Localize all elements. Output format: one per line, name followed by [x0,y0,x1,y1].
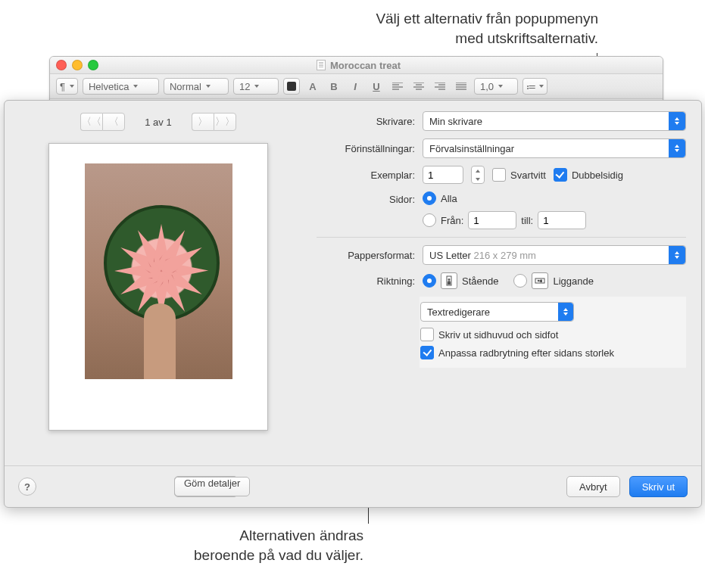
line-spacing-select[interactable]: 1,0 [474,78,518,95]
svg-point-1 [448,278,451,281]
bw-checkbox[interactable]: Svartvitt [492,168,546,182]
presets-select[interactable]: Förvalsinställningar [423,138,686,158]
paragraph-marks-button[interactable]: ¶ [56,78,78,95]
paper-label: Pappersformat: [317,250,415,261]
copies-stepper[interactable] [471,166,485,184]
list-style-button[interactable]: ≔ [523,78,547,95]
chevron-down-icon [498,85,503,88]
page-count: 1 av 1 [131,117,185,128]
window-title-text: Moroccan treat [330,60,401,71]
dropdown-icon [669,139,685,157]
preview-pane: 〈〈 〈 1 av 1 〉 〉〉 [5,101,312,465]
font-select[interactable]: Helvetica [83,78,159,95]
svg-point-3 [538,280,540,282]
underline-button[interactable]: U [368,79,385,94]
align-justify-icon [456,82,466,90]
prev-page-button[interactable]: 〈 [102,113,125,131]
pages-range-radio[interactable]: Från: till: [423,211,586,229]
minimize-button[interactable] [72,60,83,70]
presets-label: Förinställningar: [317,143,415,154]
orientation-portrait-radio[interactable]: Stående [423,272,498,289]
align-right-button[interactable] [432,79,448,94]
copies-label: Exemplar: [317,170,415,181]
printer-select[interactable]: Min skrivare [423,111,686,131]
document-icon [317,60,326,70]
settings-pane: Skrivare: Min skrivare Förinställningar:… [312,101,701,465]
page-navigator: 〈〈 〈 1 av 1 〉 〉〉 [80,113,236,131]
align-center-icon [413,82,424,90]
strikethrough-color-button[interactable]: A [304,79,321,94]
cancel-button[interactable]: Avbryt [566,476,620,497]
align-left-button[interactable] [389,79,406,94]
paper-format-select[interactable]: US Letter 216 x 279 mm [423,245,686,265]
thumbnail-image [85,163,232,379]
dropdown-icon [669,246,685,264]
close-button[interactable] [56,60,67,70]
chevron-down-icon [539,85,544,88]
rewrap-checkbox[interactable]: Anpassa radbrytning efter sidans storlek [420,346,685,359]
style-select[interactable]: Normal [164,78,229,95]
dialog-footer: ? PDF Avbryt Skriv ut [5,466,701,507]
page-thumbnail [48,143,268,431]
zoom-button[interactable] [88,60,98,70]
text-color-button[interactable] [283,78,300,95]
printer-label: Skrivare: [317,116,415,127]
chevron-down-icon [70,85,74,88]
header-footer-checkbox[interactable]: Skriv ut sidhuvud och sidfot [420,328,685,341]
print-button[interactable]: Skriv ut [629,476,688,497]
print-options-section: Textredigerare Skriv ut sidhuvud och sid… [420,297,686,368]
hide-details-button[interactable]: Göm detaljer [174,477,250,496]
first-page-button[interactable]: 〈〈 [80,113,102,131]
chevron-down-icon [254,85,259,88]
align-center-button[interactable] [410,79,427,94]
dropdown-icon [558,303,573,321]
chevron-down-icon [133,85,138,88]
callout-bottom: Alternativen ändras beroende på vad du v… [170,526,363,565]
duplex-checkbox[interactable]: Dubbelsidig [554,168,623,182]
dropdown-icon [669,112,685,130]
orientation-landscape-radio[interactable]: Liggande [513,272,594,289]
copies-input[interactable] [423,166,463,184]
window-title: Moroccan treat [104,60,613,71]
last-page-button[interactable]: 〉〉 [214,113,236,131]
align-right-icon [435,82,445,90]
bold-button[interactable]: B [326,79,342,94]
portrait-icon [441,272,457,289]
print-dialog: 〈〈 〈 1 av 1 〉 〉〉 [4,100,702,508]
callout-top: Välj ett alternativ från popupmenyn med … [273,9,598,48]
orientation-label: Riktning: [317,275,415,287]
landscape-icon [532,272,548,289]
pages-to-input[interactable] [538,211,586,229]
align-justify-button[interactable] [453,79,469,94]
next-page-button[interactable]: 〉 [192,113,214,131]
format-toolbar: ¶ Helvetica Normal 12 A B I U 1,0 ≔ [50,74,663,99]
pages-all-radio[interactable]: Alla [423,191,586,205]
divider [317,237,686,238]
help-button[interactable]: ? [18,478,36,496]
chevron-down-icon [206,85,211,88]
titlebar: Moroccan treat [50,57,663,74]
print-options-select[interactable]: Textredigerare [420,302,574,322]
pages-label: Sidor: [317,191,415,205]
align-left-icon [392,82,403,90]
list-icon: ≔ [526,81,535,92]
font-size-select[interactable]: 12 [233,78,279,95]
pages-from-input[interactable] [468,211,516,229]
italic-button[interactable]: I [347,79,363,94]
color-swatch-icon [287,82,296,91]
